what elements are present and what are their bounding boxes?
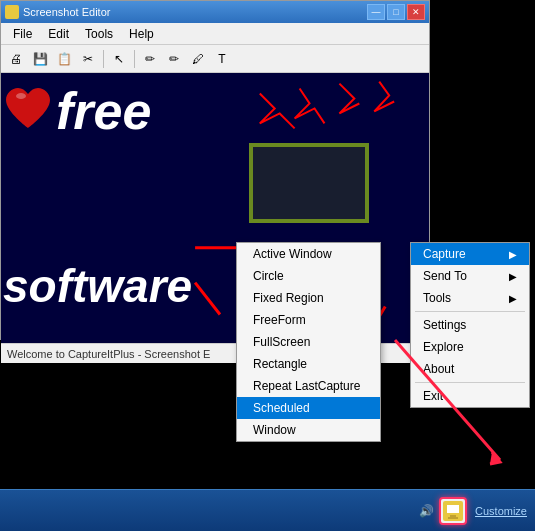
title-bar: Screenshot Editor — □ ✕: [1, 1, 429, 23]
ctx-settings[interactable]: Settings: [411, 314, 529, 336]
cut-tool[interactable]: ✂: [77, 48, 99, 70]
title-bar-left: Screenshot Editor: [5, 5, 110, 19]
maximize-button[interactable]: □: [387, 4, 405, 20]
ctx-active-window[interactable]: Active Window: [237, 243, 380, 265]
capture-arrow-icon: ▶: [509, 249, 517, 260]
ctx-explore[interactable]: Explore: [411, 336, 529, 358]
svg-line-3: [195, 283, 220, 315]
print-tool[interactable]: 🖨: [5, 48, 27, 70]
toolbar-separator2: [134, 50, 135, 68]
tray-app-icon-highlight[interactable]: [439, 497, 467, 525]
menu-edit[interactable]: Edit: [40, 25, 77, 43]
context-menu-tray: Capture ▶ Send To ▶ Tools ▶ Settings Exp…: [410, 242, 530, 408]
menu-separator-2: [415, 382, 525, 383]
status-text: Welcome to CaptureItPlus - Screenshot E: [7, 348, 210, 360]
toolbar-separator: [103, 50, 104, 68]
tools-arrow-icon: ▶: [509, 293, 517, 304]
ctx-scheduled[interactable]: Scheduled: [237, 397, 380, 419]
minimize-button[interactable]: —: [367, 4, 385, 20]
close-button[interactable]: ✕: [407, 4, 425, 20]
menu-separator-1: [415, 311, 525, 312]
ctx-send-to[interactable]: Send To ▶: [411, 265, 529, 287]
send-to-arrow-icon: ▶: [509, 271, 517, 282]
ctx-fullscreen[interactable]: FullScreen: [237, 331, 380, 353]
window-title: Screenshot Editor: [23, 6, 110, 18]
ctx-circle[interactable]: Circle: [237, 265, 380, 287]
ctx-fixed-region[interactable]: Fixed Region: [237, 287, 380, 309]
ctx-capture[interactable]: Capture ▶: [411, 243, 529, 265]
toolbar: 🖨 💾 📋 ✂ ↖ ✏ ✏ 🖊 T: [1, 45, 429, 73]
title-controls: — □ ✕: [367, 4, 425, 20]
svg-rect-6: [450, 515, 456, 517]
app-icon: [5, 5, 19, 19]
cursor-tool[interactable]: ↖: [108, 48, 130, 70]
taskbar: 🔊 Customize: [0, 489, 535, 531]
text-tool[interactable]: T: [211, 48, 233, 70]
color-tool[interactable]: 🖊: [187, 48, 209, 70]
ctx-about[interactable]: About: [411, 358, 529, 380]
context-menu-capture-submenu: Active Window Circle Fixed Region FreeFo…: [236, 242, 381, 442]
tray-app-icon[interactable]: [443, 501, 463, 521]
ctx-window[interactable]: Window: [237, 419, 380, 441]
menu-bar: File Edit Tools Help: [1, 23, 429, 45]
menu-file[interactable]: File: [5, 25, 40, 43]
ctx-repeat-last-capture[interactable]: Repeat LastCapture: [237, 375, 380, 397]
ctx-tools[interactable]: Tools ▶: [411, 287, 529, 309]
ctx-freeform[interactable]: FreeForm: [237, 309, 380, 331]
customize-button[interactable]: Customize: [475, 505, 527, 517]
save-tool[interactable]: 💾: [29, 48, 51, 70]
tray-icon-svg: [444, 502, 462, 520]
menu-help[interactable]: Help: [121, 25, 162, 43]
ctx-rectangle[interactable]: Rectangle: [237, 353, 380, 375]
svg-rect-7: [448, 517, 458, 519]
svg-rect-5: [447, 505, 459, 513]
eraser-tool[interactable]: ✏: [163, 48, 185, 70]
ctx-exit[interactable]: Exit: [411, 385, 529, 407]
menu-tools[interactable]: Tools: [77, 25, 121, 43]
pencil-tool[interactable]: ✏: [139, 48, 161, 70]
volume-icon[interactable]: 🔊: [417, 502, 435, 520]
copy-tool[interactable]: 📋: [53, 48, 75, 70]
